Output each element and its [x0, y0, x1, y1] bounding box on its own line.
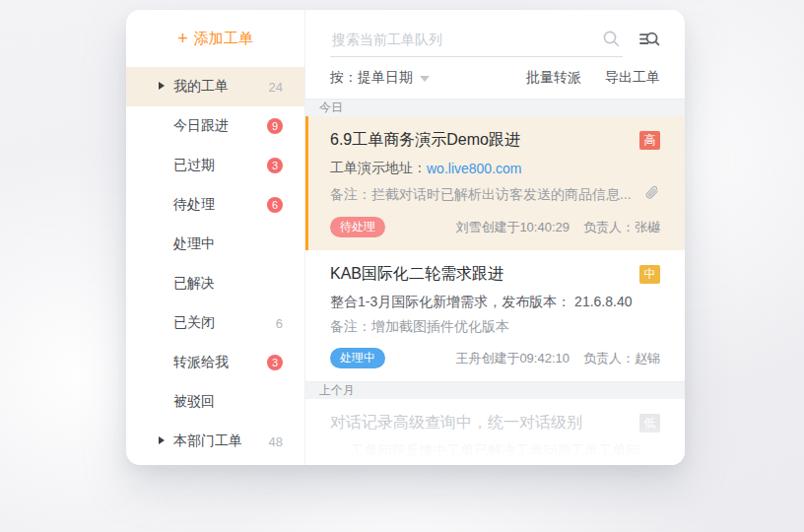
unread-count-badge: 6	[267, 197, 283, 213]
expand-arrow-icon	[159, 436, 165, 444]
ticket-meta: 刘雪创建于10:40:29负责人：张樾	[385, 219, 660, 236]
sidebar-item-list: 我的工单24今日跟进9已过期3待处理6处理中已解决已关闭6转派给我3被驳回本部门…	[126, 67, 304, 461]
ticket-description: 整合1-3月国际化新增需求，发布版本： 21.6.8.40	[330, 294, 660, 311]
batch-transfer-button[interactable]: 批量转派	[526, 69, 581, 87]
sidebar-item-label: 本部门工单	[173, 432, 269, 450]
ticket-app-window: + 添加工单 我的工单24今日跟进9已过期3待处理6处理中已解决已关闭6转派给我…	[126, 10, 685, 465]
ticket-title: 对话记录高级查询中，统一对话级别	[330, 413, 639, 433]
add-ticket-button[interactable]: + 添加工单	[126, 10, 304, 67]
created-by-text: 王舟创建于09:42:10	[455, 351, 570, 366]
export-tickets-button[interactable]: 导出工单	[605, 69, 660, 87]
status-badge: 处理中	[330, 348, 385, 368]
ticket-note: 备注：增加截图插件优化版本	[330, 318, 660, 336]
toolbar-actions: 批量转派 导出工单	[526, 69, 660, 87]
sidebar-item[interactable]: 被驳回	[126, 382, 304, 422]
priority-badge: 中	[639, 265, 660, 284]
priority-badge: 低	[639, 414, 660, 432]
sidebar-item[interactable]: 已关闭6	[126, 303, 304, 343]
search-row	[305, 10, 685, 57]
ticket-list-pane: 按：提单日期 批量转派 导出工单 今日6.9工单商务演示Demo跟进高工单演示地…	[305, 10, 685, 465]
sidebar-item[interactable]: 我的工单24	[126, 67, 304, 106]
ticket-list: 今日6.9工单商务演示Demo跟进高工单演示地址：wo.live800.com备…	[305, 99, 685, 465]
sidebar-item[interactable]: 已解决	[126, 264, 304, 303]
section-header: 今日	[305, 99, 685, 116]
sort-by-dropdown[interactable]: 按：提单日期	[330, 69, 430, 87]
ticket-note: 备注：拦截对话时已解析出访客发送的商品信息...	[330, 186, 635, 204]
sidebar-item-label: 今日跟进	[173, 117, 267, 135]
search-input[interactable]	[332, 32, 602, 47]
expand-arrow-icon	[159, 82, 165, 90]
search-field	[330, 24, 623, 57]
item-count: 6	[276, 316, 283, 331]
plus-icon: +	[177, 29, 188, 49]
sidebar-item-label: 被驳回	[173, 393, 283, 411]
sidebar-item-label: 转派给我	[173, 354, 267, 371]
ticket-title: 6.9工单商务演示Demo跟进	[330, 130, 639, 151]
status-badge: 待处理	[330, 217, 385, 237]
created-by-text: 刘雪创建于10:40:29	[455, 220, 570, 234]
ticket-title: KAB国际化二轮需求跟进	[330, 264, 639, 285]
sidebar-item[interactable]: 待处理6	[126, 185, 304, 225]
ticket-card[interactable]: 6.9工单商务演示Demo跟进高工单演示地址：wo.live800.com备注：…	[305, 116, 685, 250]
ticket-description: 工单问题反馈中工单已解决工单问题工单工单问	[330, 442, 660, 460]
item-count: 48	[269, 434, 283, 449]
unread-count-badge: 3	[267, 158, 283, 173]
sidebar-item[interactable]: 本部门工单48	[126, 422, 304, 461]
list-toolbar: 按：提单日期 批量转派 导出工单	[305, 57, 685, 99]
owner-text: 负责人：赵锦	[583, 351, 660, 366]
ticket-card[interactable]: 对话记录高级查询中，统一对话级别低工单问题反馈中工单已解决工单问题工单工单问	[305, 399, 685, 465]
unread-count-badge: 9	[267, 118, 283, 134]
advanced-search-icon[interactable]	[638, 30, 660, 49]
sidebar-item[interactable]: 处理中	[126, 225, 304, 264]
ticket-queues-sidebar: + 添加工单 我的工单24今日跟进9已过期3待处理6处理中已解决已关闭6转派给我…	[126, 10, 305, 465]
ticket-field-label: 工单演示地址：	[330, 160, 427, 177]
sidebar-item-label: 我的工单	[173, 78, 269, 96]
sidebar-item-label: 已关闭	[173, 314, 276, 332]
section-header: 上个月	[305, 381, 685, 399]
ticket-meta: 王舟创建于09:42:10负责人：赵锦	[385, 350, 660, 367]
sort-by-label: 按：提单日期	[330, 69, 413, 87]
sidebar-item-label: 处理中	[173, 235, 283, 253]
item-count: 24	[269, 80, 283, 95]
ticket-demo-link[interactable]: wo.live800.com	[427, 161, 522, 176]
search-icon[interactable]	[602, 30, 621, 48]
sidebar-item[interactable]: 转派给我3	[126, 343, 304, 382]
owner-text: 负责人：张樾	[583, 220, 660, 234]
sidebar-item-label: 已过期	[173, 157, 267, 174]
ticket-card[interactable]: KAB国际化二轮需求跟进中整合1-3月国际化新增需求，发布版本： 21.6.8.…	[305, 250, 685, 381]
sidebar-item[interactable]: 今日跟进9	[126, 106, 304, 146]
priority-badge: 高	[639, 131, 660, 150]
chevron-down-icon	[420, 76, 430, 82]
sidebar-item[interactable]: 已过期3	[126, 146, 304, 185]
sidebar-item-label: 已解决	[173, 275, 283, 293]
add-ticket-label: 添加工单	[194, 30, 253, 48]
unread-count-badge: 3	[267, 355, 283, 370]
sidebar-item-label: 待处理	[173, 196, 267, 214]
paperclip-icon	[644, 184, 660, 205]
